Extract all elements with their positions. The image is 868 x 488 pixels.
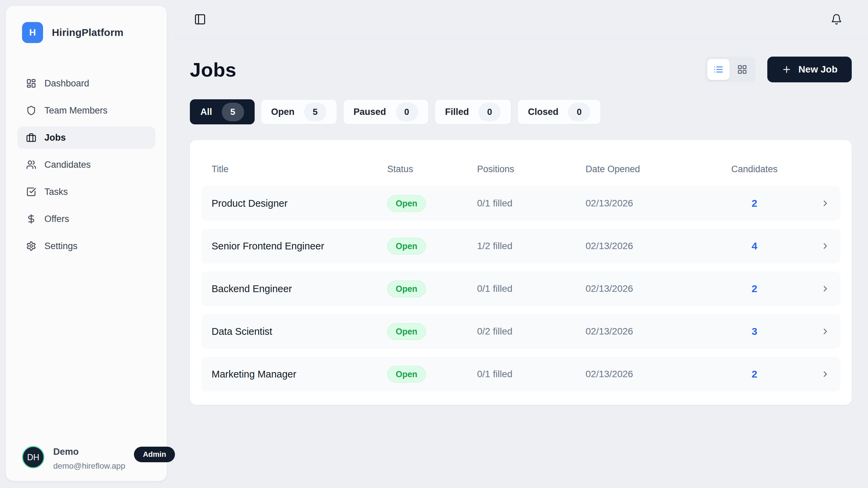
column-header-date-opened: Date Opened <box>586 164 714 175</box>
chevron-right-icon[interactable] <box>821 284 830 293</box>
filter-tab-label: Open <box>271 107 295 117</box>
date-opened-cell: 02/13/2026 <box>586 198 714 209</box>
page-title: Jobs <box>190 58 236 81</box>
filter-tab-label: All <box>200 107 212 117</box>
list-icon <box>713 64 724 75</box>
table-row[interactable]: Senior Frontend Engineer Open 1/2 filled… <box>201 229 840 263</box>
sidebar: H HiringPlatform Dashboard Team Members … <box>5 5 167 481</box>
user-profile[interactable]: DH Demo demo@hireflow.app Admin <box>22 446 153 471</box>
table-row[interactable]: Data Scientist Open 0/2 filled 02/13/202… <box>201 314 840 349</box>
filter-tab-label: Closed <box>528 107 558 117</box>
brand-logo-initial: H <box>29 27 36 38</box>
header-actions: New Job <box>705 57 852 82</box>
table-row[interactable]: Product Designer Open 0/1 filled 02/13/2… <box>201 186 840 221</box>
column-header-status: Status <box>387 164 477 175</box>
sidebar-item-label: Candidates <box>44 160 91 170</box>
table-rows: Product Designer Open 0/1 filled 02/13/2… <box>201 186 840 391</box>
date-opened-cell: 02/13/2026 <box>586 283 714 294</box>
user-email: demo@hireflow.app <box>53 461 125 471</box>
avatar: DH <box>22 446 44 468</box>
sidebar-nav: Dashboard Team Members Jobs Candidates T… <box>6 72 167 257</box>
role-badge: Admin <box>134 447 175 462</box>
column-header-positions: Positions <box>477 164 586 175</box>
status-badge: Open <box>387 238 426 255</box>
chevron-right-icon[interactable] <box>821 241 830 251</box>
sidebar-item-candidates[interactable]: Candidates <box>17 154 155 176</box>
briefcase-icon <box>26 133 36 143</box>
positions-cell: 0/1 filled <box>477 369 586 380</box>
candidates-count[interactable]: 4 <box>714 240 795 252</box>
sidebar-item-offers[interactable]: Offers <box>17 208 155 230</box>
column-header-candidates: Candidates <box>714 164 795 175</box>
filter-tab-label: Paused <box>354 107 386 117</box>
status-badge: Open <box>387 195 426 212</box>
page-header: Jobs New Job <box>190 57 852 82</box>
table-row[interactable]: Backend Engineer Open 0/1 filled 02/13/2… <box>201 271 840 306</box>
filter-tab-open[interactable]: Open 5 <box>261 99 337 124</box>
date-opened-cell: 02/13/2026 <box>586 326 714 337</box>
candidates-count[interactable]: 3 <box>714 326 795 337</box>
users-icon <box>26 160 36 170</box>
chevron-right-icon[interactable] <box>821 327 830 336</box>
filter-tab-paused[interactable]: Paused 0 <box>343 99 429 124</box>
user-info: Demo demo@hireflow.app <box>53 446 125 471</box>
candidates-count[interactable]: 2 <box>714 198 795 209</box>
bell-icon <box>831 14 842 25</box>
list-view-button[interactable] <box>707 59 730 80</box>
sidebar-item-label: Offers <box>44 214 69 224</box>
filter-tab-closed[interactable]: Closed 0 <box>517 99 601 124</box>
sidebar-item-tasks[interactable]: Tasks <box>17 181 155 203</box>
filter-tab-count: 0 <box>396 103 418 121</box>
brand-logo: H <box>22 22 43 43</box>
filter-tab-filled[interactable]: Filled 0 <box>435 99 512 124</box>
job-title: Marketing Manager <box>212 369 387 380</box>
job-title: Data Scientist <box>212 326 387 337</box>
sidebar-item-jobs[interactable]: Jobs <box>17 126 155 149</box>
sidebar-item-label: Dashboard <box>44 78 89 89</box>
positions-cell: 1/2 filled <box>477 241 586 251</box>
avatar-initials: DH <box>27 452 39 462</box>
status-badge: Open <box>387 323 426 340</box>
shield-icon <box>26 105 36 116</box>
view-toggle <box>705 57 756 82</box>
user-name: Demo <box>53 447 125 457</box>
table-header: Title Status Positions Date Opened Candi… <box>201 152 840 186</box>
sidebar-item-settings[interactable]: Settings <box>17 235 155 257</box>
chevron-right-icon[interactable] <box>821 199 830 208</box>
status-badge: Open <box>387 366 426 383</box>
filter-tab-count: 5 <box>222 103 244 121</box>
filter-tab-all[interactable]: All 5 <box>190 99 255 124</box>
dollar-icon <box>26 214 36 224</box>
date-opened-cell: 02/13/2026 <box>586 241 714 251</box>
jobs-table-card: Title Status Positions Date Opened Candi… <box>190 140 852 405</box>
notifications-button[interactable] <box>831 14 842 25</box>
job-title: Senior Frontend Engineer <box>212 241 387 252</box>
filter-tab-label: Filled <box>445 107 469 117</box>
sidebar-item-label: Jobs <box>44 133 66 143</box>
grid-view-button[interactable] <box>731 59 753 80</box>
table-row[interactable]: Marketing Manager Open 0/1 filled 02/13/… <box>201 357 840 391</box>
column-header-title: Title <box>212 164 387 175</box>
sidebar-item-team-members[interactable]: Team Members <box>17 99 155 122</box>
brand: H HiringPlatform <box>6 6 167 43</box>
candidates-count[interactable]: 2 <box>714 283 795 294</box>
sidebar-item-dashboard[interactable]: Dashboard <box>17 72 155 95</box>
gear-icon <box>26 241 36 251</box>
job-title: Backend Engineer <box>212 283 387 294</box>
sidebar-item-label: Tasks <box>44 187 68 197</box>
filter-tab-count: 0 <box>568 103 590 121</box>
sidebar-toggle-button[interactable] <box>194 13 206 25</box>
panel-left-icon <box>194 13 206 25</box>
sidebar-item-label: Settings <box>44 241 78 251</box>
date-opened-cell: 02/13/2026 <box>586 369 714 380</box>
chevron-right-icon[interactable] <box>821 369 830 379</box>
status-filter-tabs: All 5 Open 5 Paused 0 Filled 0 Closed 0 <box>190 99 852 124</box>
filter-tab-count: 0 <box>478 103 501 121</box>
positions-cell: 0/1 filled <box>477 283 586 294</box>
job-title: Product Designer <box>212 198 387 209</box>
new-job-button[interactable]: New Job <box>767 57 852 82</box>
dashboard-icon <box>26 78 36 88</box>
status-badge: Open <box>387 281 426 297</box>
brand-name: HiringPlatform <box>52 27 123 38</box>
candidates-count[interactable]: 2 <box>714 368 795 380</box>
